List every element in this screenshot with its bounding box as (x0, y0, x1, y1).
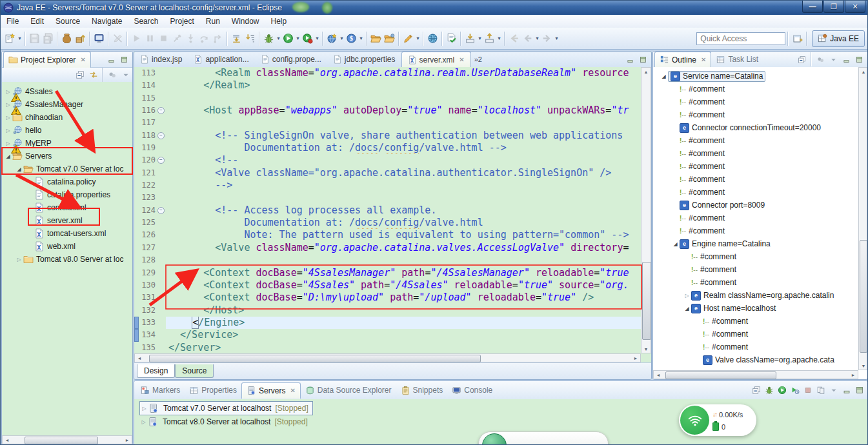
close-icon[interactable]: ✕ (701, 56, 706, 63)
tab-markers[interactable]: Markers (136, 382, 185, 398)
tree-item-hello[interactable]: ▷hello (2, 124, 132, 137)
highlight-pen-button[interactable] (401, 32, 415, 46)
open-folder-a-button[interactable] (369, 32, 383, 46)
outline-item-comment[interactable]: !--#comment (653, 328, 858, 341)
scroll-up-icon[interactable]: ▲ (641, 68, 651, 75)
outline-vscrollbar[interactable]: ▲▼ (858, 67, 867, 370)
outline-item-comment[interactable]: !--#comment (653, 276, 858, 289)
tab-task-list[interactable]: Task List (711, 52, 763, 67)
tree-item-servers[interactable]: ◢Servers (2, 150, 132, 163)
terminate-button[interactable] (157, 32, 170, 46)
outline-item-comment[interactable]: !--#comment (653, 108, 858, 121)
code-line-123[interactable]: 123 (134, 192, 641, 204)
expander-icon[interactable]: ◢ (660, 74, 668, 79)
fold-collapse-icon[interactable]: − (157, 104, 166, 117)
dropdown-arrow-icon[interactable]: ▾ (314, 35, 320, 41)
scroll-thumb[interactable] (860, 240, 867, 353)
step-filters-button[interactable] (243, 32, 257, 46)
menu-source[interactable]: Source (50, 15, 86, 27)
save-all-button[interactable] (41, 32, 55, 46)
export-button[interactable] (483, 32, 496, 46)
editor-tab-config-prope[interactable]: config.prope... (255, 52, 327, 67)
quick-access-input[interactable] (696, 32, 785, 45)
wifi-icon[interactable] (680, 406, 709, 435)
disconnect-button[interactable] (170, 32, 184, 46)
pause-button[interactable] (143, 32, 157, 46)
new-wizard-button[interactable] (3, 32, 17, 46)
editor-tab-server-xml[interactable]: Xserver.xml✕ (401, 52, 471, 68)
max-view-icon[interactable] (637, 54, 649, 66)
fold-collapse-icon[interactable]: − (157, 204, 166, 217)
expander-icon[interactable]: ▷ (683, 293, 691, 299)
tree-item-tomcat-users-xml[interactable]: Xtomcat-users.xml (2, 227, 132, 240)
editor-tab-index-jsp[interactable]: index.jsp (134, 52, 188, 67)
menu-edit[interactable]: Edit (25, 15, 50, 27)
expander-icon[interactable]: ▷ (15, 257, 23, 262)
tab-snippets[interactable]: Snippets (396, 382, 448, 398)
tab-design[interactable]: Design (137, 364, 175, 378)
tab-project-explorer[interactable]: Project Explorer✕ (3, 52, 91, 68)
outline-item-comment[interactable]: !--#comment (653, 186, 858, 199)
publish-icon[interactable] (814, 384, 827, 397)
editor-hscrollbar[interactable]: ◄► (134, 353, 641, 362)
tree-item-context-xml[interactable]: Xcontext.xml (2, 201, 132, 214)
view-menu-icon[interactable] (827, 384, 840, 397)
server-row-tomcat-v8-0-server-at-localhost[interactable]: ▷Tomcat v8.0 Server at localhost[Stopped… (139, 415, 312, 428)
resume-button[interactable] (130, 32, 143, 46)
code-line-114[interactable]: 114 </Realm> (134, 79, 641, 92)
code-line-129[interactable]: 129 <Context docBase="4SsalesManager" pa… (134, 267, 641, 279)
dropdown-arrow-icon[interactable]: ▾ (534, 35, 540, 41)
step-into-button[interactable] (184, 32, 197, 46)
editor-tab-application[interactable]: Xapplication... (188, 52, 254, 67)
package-deploy-button[interactable] (74, 32, 87, 46)
scroll-left-icon[interactable]: ◄ (654, 371, 663, 379)
outline-item-comment[interactable]: !--#comment (653, 160, 858, 173)
scroll-down-icon[interactable]: ▼ (859, 362, 868, 370)
minimize-window-button[interactable]: — (802, 1, 823, 13)
run-history-button[interactable] (301, 32, 314, 46)
tree-item-4ssales[interactable]: ▷4Ssales (2, 85, 132, 98)
code-line-135[interactable]: 135</Server> (134, 342, 641, 353)
focus-icon[interactable] (814, 54, 827, 66)
close-window-button[interactable]: ✕ (845, 1, 865, 13)
last-edit-button[interactable] (507, 32, 521, 46)
dropdown-arrow-icon[interactable]: ▾ (496, 35, 502, 41)
step-return-button[interactable] (211, 32, 225, 46)
tab-outline[interactable]: Outline✕ (654, 52, 711, 68)
code-line-125[interactable]: 125 Documentation at: /docs/config/valve… (134, 217, 641, 229)
outline-item-connector-connectiontimeout-20000[interactable]: eConnector connectionTimeout=20000 (653, 121, 858, 134)
expander-icon[interactable]: ▷ (139, 419, 148, 425)
collapse-all-icon[interactable] (750, 384, 762, 397)
terminate-pale-icon[interactable] (802, 384, 814, 397)
outline-item-comment[interactable]: !--#comment (653, 224, 858, 237)
mark-occurrences-button[interactable] (111, 32, 125, 46)
code-line-127[interactable]: 127 <Valve className="org.apache.catalin… (134, 242, 641, 254)
code-line-130[interactable]: 130 <Context docBase="4Ssales" path="/4S… (134, 279, 641, 292)
tree-item-tomcat-v8-0-server-at-loc[interactable]: ▷Tomcat v8.0 Server at loc (2, 253, 132, 266)
collapse-all-icon[interactable] (73, 68, 86, 82)
tab-console[interactable]: Console (447, 382, 497, 398)
console-monitor-button[interactable] (92, 32, 106, 46)
code-line-124[interactable]: 124− <!-- Access log processes all examp… (134, 204, 641, 217)
outline-item-comment[interactable]: !--#comment (653, 95, 858, 108)
code-line-134[interactable]: 134 </Service> (134, 329, 641, 341)
close-icon[interactable]: ✕ (290, 387, 295, 394)
import-button[interactable] (463, 32, 477, 46)
code-line-117[interactable]: 117 (134, 117, 641, 129)
forward-button[interactable] (540, 32, 554, 46)
tab-overflow-indicator[interactable]: »2 (471, 55, 485, 63)
max-view-icon[interactable] (118, 54, 130, 66)
web-browser-button[interactable] (426, 32, 439, 46)
editor-tab-jdbc-properties[interactable]: jdbc.properties (327, 52, 401, 67)
outline-item-comment[interactable]: !--#comment (653, 263, 858, 276)
close-icon[interactable]: ✕ (80, 56, 85, 63)
tree-item-catalina-policy[interactable]: catalina.policy (2, 175, 132, 188)
scroll-down-icon[interactable]: ▼ (641, 345, 651, 353)
min-view-icon[interactable] (840, 384, 853, 397)
max-view-icon[interactable] (853, 54, 865, 66)
menu-navigate[interactable]: Navigate (86, 15, 128, 27)
code-line-131[interactable]: 131 <Context docBase="D:\my\upload" path… (134, 292, 641, 304)
persp-open-icon[interactable] (791, 32, 804, 46)
outline-item-engine-name-catalina[interactable]: ◢eEngine name=Catalina (653, 237, 858, 250)
link-editor-icon[interactable] (86, 68, 100, 82)
